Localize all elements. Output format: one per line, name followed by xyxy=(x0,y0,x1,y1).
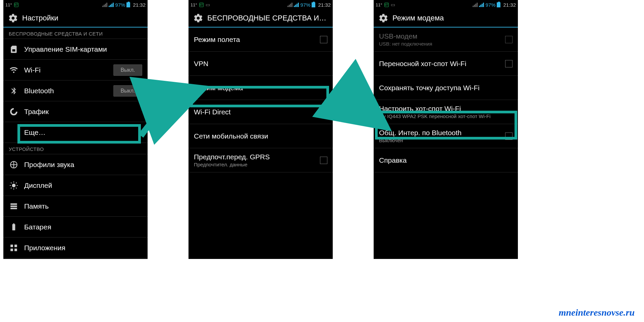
storage-icon xyxy=(9,202,19,211)
row-wifi-direct[interactable]: Wi-Fi Direct xyxy=(189,100,333,124)
row-apps[interactable]: Приложения xyxy=(3,237,148,258)
row-label: Трафик xyxy=(24,108,142,116)
battery-icon xyxy=(126,2,130,7)
row-label: Режим полета xyxy=(194,36,315,44)
row-display[interactable]: Дисплей xyxy=(3,175,148,196)
sound-icon xyxy=(9,160,19,169)
phone-screen-2: 11° 97 ▭ 97% 21:32 БЕСПРОВОДНЫЕ СРЕДСТВА… xyxy=(189,0,333,259)
signal-icon xyxy=(287,3,292,7)
battery-percent: 97% xyxy=(300,2,310,8)
row-label: Bluetooth xyxy=(24,87,108,95)
row-label: Дисплей xyxy=(24,181,142,190)
sim-icon xyxy=(9,45,19,54)
checkbox[interactable] xyxy=(505,60,513,67)
gallery-icon: ▭ xyxy=(206,2,210,7)
row-bluetooth-tether[interactable]: Общ. Интер. по Bluetooth Выключен xyxy=(374,124,518,148)
signal-icon xyxy=(294,3,299,7)
checkbox[interactable] xyxy=(320,108,327,116)
bluetooth-toggle[interactable]: Выкл. xyxy=(113,85,142,97)
data-usage-icon xyxy=(9,107,19,116)
row-keep-hotspot[interactable]: Сохранять точку доступа Wi-Fi xyxy=(374,76,518,100)
row-label: Настроить хот-спот Wi-Fi xyxy=(379,105,513,113)
clock: 21:32 xyxy=(503,2,516,8)
action-bar: БЕСПРОВОДНЫЕ СРЕДСТВА И СЕ… xyxy=(189,9,333,28)
row-usb-modem: USB-модем USB: нет подключения xyxy=(374,28,518,52)
row-battery[interactable]: Батарея xyxy=(3,217,148,237)
row-label: Профили звука xyxy=(24,161,142,169)
row-label: Память xyxy=(24,202,142,210)
row-label: Переносной хот-спот Wi-Fi xyxy=(379,60,500,68)
svg-rect-10 xyxy=(14,249,17,251)
row-bluetooth[interactable]: Bluetooth Выкл. xyxy=(3,80,148,101)
row-mobile-networks[interactable]: Сети мобильной связи xyxy=(189,124,333,148)
checkbox[interactable] xyxy=(320,157,327,164)
row-label: Режим модема xyxy=(194,84,327,92)
arrow-step-2 xyxy=(327,92,381,125)
action-bar: Режим модема xyxy=(374,9,518,28)
clock: 21:32 xyxy=(318,2,331,8)
row-label: Справка xyxy=(379,156,513,164)
gallery-icon: ▭ xyxy=(391,2,395,7)
temperature-indicator: 11° xyxy=(191,2,197,7)
svg-rect-4 xyxy=(10,208,17,209)
row-sublabel: Fly IQ443 WPA2 PSK переносной хот-спот W… xyxy=(379,113,513,119)
checkbox xyxy=(505,36,513,43)
status-badge-icon: 97 xyxy=(384,3,389,7)
signal-icon xyxy=(102,3,107,7)
row-label: Wi-Fi xyxy=(24,66,108,74)
page-title: БЕСПРОВОДНЫЕ СРЕДСТВА И СЕ… xyxy=(207,14,328,22)
display-icon xyxy=(9,181,19,190)
row-portable-hotspot[interactable]: Переносной хот-спот Wi-Fi xyxy=(374,52,518,76)
row-label: Приложения xyxy=(24,244,142,252)
svg-rect-5 xyxy=(12,224,15,230)
wifi-toggle[interactable]: Выкл. xyxy=(113,64,142,76)
checkbox[interactable] xyxy=(320,36,327,43)
signal-icon xyxy=(109,3,114,7)
clock: 21:32 xyxy=(133,2,146,8)
battery-percent: 97% xyxy=(485,2,495,8)
action-bar: Настройки xyxy=(3,9,148,28)
section-device: УСТРОЙСТВО xyxy=(3,143,148,154)
row-gprs-pref[interactable]: Предпочт.перед. GPRS Предпочтител. данны… xyxy=(189,148,333,172)
status-bar: 11° 97 ▭ 97% 21:32 xyxy=(189,0,333,9)
page-title: Режим модема xyxy=(392,14,444,22)
row-more[interactable]: Еще… xyxy=(3,122,148,143)
row-sim-management[interactable]: Управление SIM-картами xyxy=(3,39,148,60)
row-label: VPN xyxy=(194,60,327,68)
signal-icon xyxy=(473,3,478,7)
row-traffic[interactable]: Трафик xyxy=(3,101,148,122)
row-label: Общ. Интер. по Bluetooth xyxy=(379,129,500,137)
section-wireless: БЕСПРОВОДНЫЕ СРЕДСТВА И СЕТИ xyxy=(3,28,148,39)
row-wifi[interactable]: Wi-Fi Выкл. xyxy=(3,60,148,80)
svg-point-1 xyxy=(12,183,16,187)
svg-rect-3 xyxy=(10,205,17,207)
temperature-indicator: 11° xyxy=(5,2,12,7)
temperature-indicator: 11° xyxy=(376,2,382,7)
status-bar: 11° 97 97% 21:32 xyxy=(3,0,148,9)
svg-rect-2 xyxy=(10,203,17,205)
row-help[interactable]: Справка xyxy=(374,148,518,172)
svg-rect-6 xyxy=(13,223,14,224)
row-label: Батарея xyxy=(24,223,142,231)
row-configure-hotspot[interactable]: Настроить хот-спот Wi-Fi Fly IQ443 WPA2 … xyxy=(374,100,518,124)
row-label: Сети мобильной связи xyxy=(194,132,327,140)
watermark: mneinteresnovse.ru xyxy=(559,307,635,318)
row-airplane-mode[interactable]: Режим полета xyxy=(189,28,333,52)
signal-icon xyxy=(479,3,484,7)
row-label: Сохранять точку доступа Wi-Fi xyxy=(379,84,513,92)
svg-rect-8 xyxy=(14,245,17,247)
row-label: Предпочт.перед. GPRS xyxy=(194,153,315,161)
row-memory[interactable]: Память xyxy=(3,196,148,217)
svg-rect-7 xyxy=(10,245,13,247)
row-tethering[interactable]: Режим модема xyxy=(189,76,333,100)
checkbox[interactable] xyxy=(505,132,513,140)
wifi-icon xyxy=(9,66,19,74)
bluetooth-icon xyxy=(9,87,19,95)
row-sublabel: Выключен xyxy=(379,138,500,143)
row-label: Wi-Fi Direct xyxy=(194,108,315,116)
battery-icon xyxy=(312,2,315,7)
apps-icon xyxy=(9,244,19,252)
row-label: USB-модем xyxy=(379,32,500,40)
row-vpn[interactable]: VPN xyxy=(189,52,333,76)
row-sound-profiles[interactable]: Профили звука xyxy=(3,154,148,175)
